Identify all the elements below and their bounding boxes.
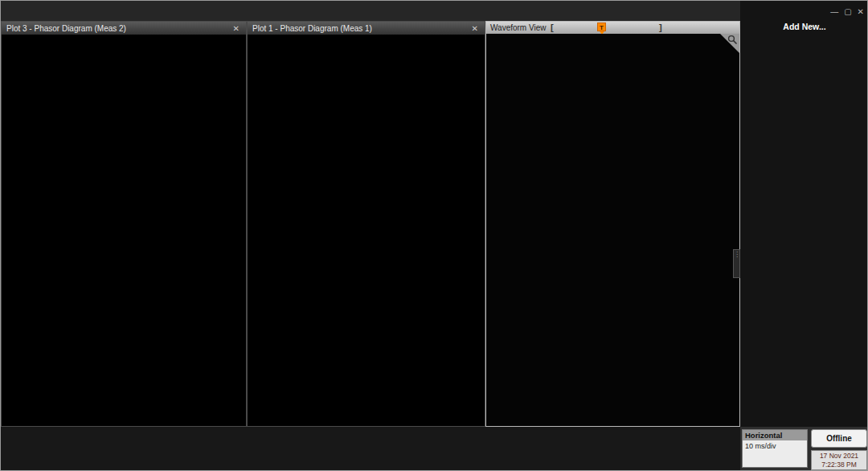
time-label: 7:22:38 PM	[812, 461, 866, 469]
tekscope-app: Plot 3 - Phasor Diagram (Meas 2) ✕ Plot …	[0, 0, 868, 471]
plot1-phasor-diagram	[248, 37, 485, 373]
panel-splitter-handle[interactable]: ⋮	[733, 249, 740, 278]
close-icon[interactable]: ✕	[470, 24, 480, 33]
date-label: 17 Nov 2021	[812, 452, 866, 461]
waveform-grid: ⋮	[486, 34, 739, 426]
trigger-position-icon[interactable]: T	[597, 23, 606, 31]
plot3-window: Plot 3 - Phasor Diagram (Meas 2) ✕	[1, 21, 247, 427]
plot1-titlebar[interactable]: Plot 1 - Phasor Diagram (Meas 1) ✕	[248, 22, 485, 35]
datetime-panel: 17 Nov 2021 7:22:38 PM	[811, 450, 867, 470]
expansion-bracket-right[interactable]: ]	[659, 23, 662, 32]
plot3-titlebar[interactable]: Plot 3 - Phasor Diagram (Meas 2) ✕	[2, 22, 246, 35]
waveform-view-titlebar[interactable]: Waveform View [ ] T	[486, 22, 739, 34]
sidebar-bottom-strip: Horizontal 10 ms/div Offline 17 Nov 2021…	[740, 427, 868, 471]
plot1-title: Plot 1 - Phasor Diagram (Meas 1)	[252, 24, 470, 33]
plot1-window: Plot 1 - Phasor Diagram (Meas 1) ✕	[247, 21, 485, 427]
restore-icon[interactable]: ▢	[844, 7, 851, 16]
waveform-view-title: Waveform View	[490, 23, 546, 32]
horizontal-title: Horizontal	[743, 430, 807, 440]
sidebar-button-grid	[740, 33, 868, 40]
close-icon[interactable]: ✕	[231, 24, 241, 33]
offline-button[interactable]: Offline	[811, 429, 867, 448]
magnifier-icon[interactable]	[727, 35, 738, 45]
menu-bar	[1, 1, 751, 22]
horizontal-settings[interactable]: Horizontal 10 ms/div	[742, 429, 808, 468]
waveform-view-window: Waveform View [ ] T ⋮	[485, 21, 740, 427]
add-new-label: Add New...	[740, 22, 868, 33]
expansion-bracket-left[interactable]: [	[551, 23, 554, 32]
sidebar: — ▢ ✕ Add New... Horizontal 10 ms/div Of…	[740, 1, 868, 471]
close-icon[interactable]: ✕	[858, 7, 864, 16]
horizontal-value: 10 ms/div	[743, 440, 807, 452]
plot3-title: Plot 3 - Phasor Diagram (Meas 2)	[6, 24, 231, 33]
minimize-icon[interactable]: —	[830, 7, 838, 16]
plot3-phasor-diagram	[2, 37, 246, 386]
channel-settings-bar	[1, 427, 740, 471]
